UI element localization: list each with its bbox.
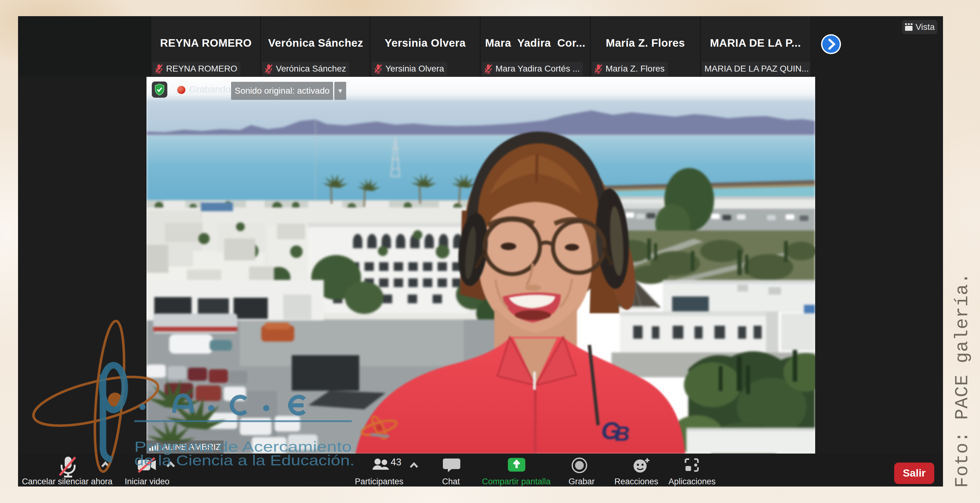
svg-text:43: 43 [391,457,401,468]
svg-text:B: B [615,422,630,445]
